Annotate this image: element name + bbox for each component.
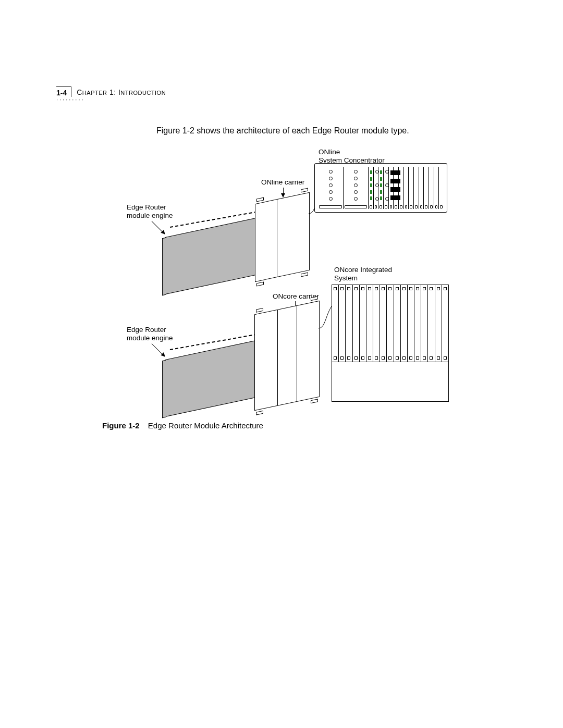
figure-caption: Figure 1-2 Edge Router Module Architectu… (102, 421, 263, 430)
page-header: 1-4 CHAPTER 1: INTRODUCTION (56, 87, 166, 97)
label-edge-router-module-engine-2: Edge Router module engine (127, 326, 173, 342)
label-edge-router-module-engine-1: Edge Router module engine (127, 203, 173, 220)
label-oncore-integrated-system: ONcore Integrated System (334, 266, 392, 282)
page-number: 1-4 (56, 87, 71, 97)
figure-reference: Figure 1-2 (102, 421, 140, 430)
oncore-integrated-system-chassis (332, 285, 449, 402)
label-online-system-concentrator: ONline System Concentrator (319, 148, 385, 165)
chapter-heading: CHAPTER 1: INTRODUCTION (77, 87, 166, 96)
arrow-diagonal-icon (152, 221, 165, 234)
dotted-rule: ········· (56, 96, 85, 103)
intro-paragraph: Figure 1-2 shows the architecture of eac… (156, 126, 409, 135)
arrow-diagonal-icon (152, 343, 165, 356)
oncore-carrier-frame (254, 301, 320, 411)
online-system-concentrator-chassis (314, 163, 447, 213)
label-online-carrier: ONline carrier (261, 178, 304, 187)
edge-router-engine-board-1 (165, 216, 264, 294)
arrow-down-icon (283, 188, 284, 197)
figure-1-2: ONline System Concentrator ONline carrie… (102, 146, 448, 412)
edge-router-engine-board-2 (165, 339, 264, 417)
figure-title: Edge Router Module Architecture (148, 421, 263, 430)
online-carrier-frame (255, 192, 310, 282)
